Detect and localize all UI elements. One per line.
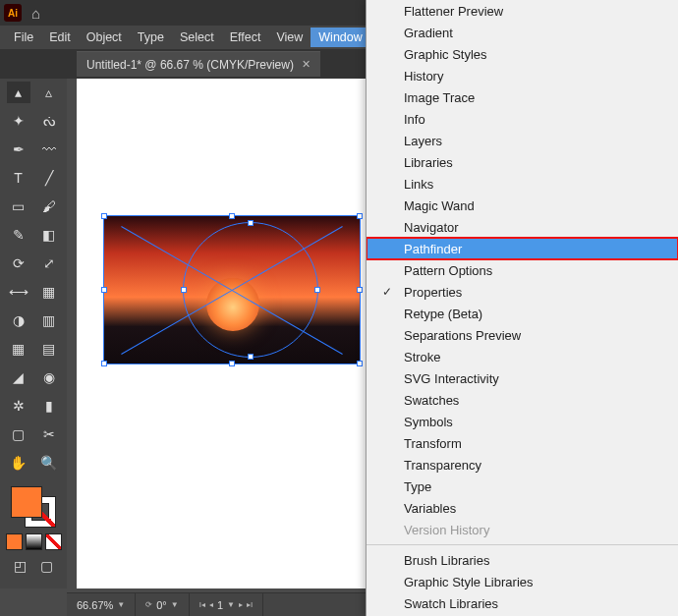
window-menu-dropdown[interactable]: Flattener PreviewGradientGraphic StylesH… <box>366 0 678 616</box>
rotate-tool[interactable]: ⟳ <box>7 252 30 274</box>
handle-icon[interactable] <box>314 287 320 293</box>
menu-item-history[interactable]: History <box>367 65 678 86</box>
symbol-sprayer-tool[interactable]: ✲ <box>7 395 30 417</box>
menu-item-links[interactable]: Links <box>367 173 678 195</box>
handle-icon[interactable] <box>101 287 107 293</box>
menu-object[interactable]: Object <box>79 28 130 47</box>
menu-item-info[interactable]: Info <box>367 108 678 130</box>
menu-item-image-trace[interactable]: Image Trace <box>367 86 678 108</box>
menu-item-flattener-preview[interactable]: Flattener Preview <box>367 0 678 22</box>
menu-item-stroke[interactable]: Stroke <box>367 346 678 367</box>
chevron-down-icon: ▼ <box>117 600 125 609</box>
fill-stroke-swatch[interactable] <box>9 484 58 530</box>
curvature-tool[interactable]: 〰 <box>37 139 61 160</box>
zoom-tool[interactable]: 🔍 <box>37 452 61 474</box>
zoom-level[interactable]: 66.67%▼ <box>67 593 136 616</box>
menu-file[interactable]: File <box>6 28 41 47</box>
rotate-icon: ⟳ <box>145 600 152 609</box>
pen-tool[interactable]: ✒ <box>7 139 30 160</box>
handle-icon[interactable] <box>101 361 107 366</box>
eraser-tool[interactable]: ◧ <box>37 224 61 246</box>
menu-item-magic-wand[interactable]: Magic Wand <box>367 195 678 216</box>
graph-tool[interactable]: ▮ <box>37 395 61 417</box>
menu-item-symbols[interactable]: Symbols <box>367 411 678 432</box>
menu-item-separations-preview[interactable]: Separations Preview <box>367 324 678 346</box>
menu-type[interactable]: Type <box>130 28 172 47</box>
menu-item-transform[interactable]: Transform <box>367 432 678 454</box>
tab-title: Untitled-1* @ 66.67 % (CMYK/Preview) <box>86 58 294 72</box>
menu-item-swatches[interactable]: Swatches <box>367 389 678 411</box>
handle-icon[interactable] <box>229 361 235 366</box>
document-tab[interactable]: Untitled-1* @ 66.67 % (CMYK/Preview) ✕ <box>77 51 320 77</box>
eyedropper-tool[interactable]: ◢ <box>7 366 30 388</box>
blend-tool[interactable]: ◉ <box>37 366 61 388</box>
menu-item-variables[interactable]: Variables <box>367 497 678 519</box>
ellipse-path[interactable] <box>183 222 318 358</box>
rectangle-tool[interactable]: ▭ <box>7 196 30 217</box>
lasso-tool[interactable]: ᔔ <box>37 110 61 132</box>
direct-selection-tool[interactable]: ▵ <box>37 82 61 103</box>
handle-icon[interactable] <box>357 213 363 219</box>
toolbox: ▴▵ ✦ᔔ ✒〰 T╱ ▭🖌 ✎◧ ⟳⤢ ⟷▦ ◑▥ ▦▤ ◢◉ ✲▮ ▢✂ ✋… <box>0 79 67 588</box>
artboard-nav[interactable]: I◂◂1▼▸▸I <box>190 593 264 616</box>
shaper-tool[interactable]: ✎ <box>7 224 30 246</box>
color-mode-gradient[interactable] <box>26 533 42 550</box>
shape-builder-tool[interactable]: ◑ <box>7 309 30 331</box>
menu-item-swatch-libraries[interactable]: Swatch Libraries <box>367 592 678 614</box>
first-icon[interactable]: I◂ <box>199 600 205 609</box>
color-mode-fill[interactable] <box>6 533 23 550</box>
selection-tool[interactable]: ▴ <box>7 82 30 103</box>
handle-icon[interactable] <box>248 354 254 360</box>
handle-icon[interactable] <box>229 213 235 219</box>
home-icon[interactable]: ⌂ <box>31 5 40 22</box>
menu-view[interactable]: View <box>268 28 311 47</box>
last-icon[interactable]: ▸I <box>247 600 253 609</box>
color-mode-none[interactable] <box>45 533 62 550</box>
gradient-tool[interactable]: ▤ <box>37 338 61 360</box>
prev-icon[interactable]: ◂ <box>209 600 213 609</box>
hand-tool[interactable]: ✋ <box>7 452 30 474</box>
menu-item-graphic-styles[interactable]: Graphic Styles <box>367 43 678 65</box>
fill-swatch[interactable] <box>11 486 42 518</box>
rotation[interactable]: ⟳0°▼ <box>136 593 189 616</box>
screen-mode-icon[interactable]: ▢ <box>35 555 59 577</box>
artboard[interactable] <box>77 79 367 588</box>
menu-item-type[interactable]: Type <box>367 476 678 497</box>
scale-tool[interactable]: ⤢ <box>37 252 61 274</box>
draw-mode-icon[interactable]: ◰ <box>9 555 32 577</box>
handle-icon[interactable] <box>101 213 107 219</box>
mesh-tool[interactable]: ▦ <box>7 338 30 360</box>
handle-icon[interactable] <box>248 220 254 226</box>
menu-item-libraries[interactable]: Libraries <box>367 151 678 173</box>
width-tool[interactable]: ⟷ <box>7 281 30 303</box>
handle-icon[interactable] <box>181 287 187 293</box>
next-icon[interactable]: ▸ <box>239 600 243 609</box>
line-tool[interactable]: ╱ <box>37 167 61 189</box>
type-tool[interactable]: T <box>7 167 30 189</box>
handle-icon[interactable] <box>357 361 363 366</box>
artboard-tool[interactable]: ▢ <box>7 423 30 445</box>
menu-item-properties[interactable]: Properties <box>367 281 678 303</box>
menu-item-navigator[interactable]: Navigator <box>367 216 678 238</box>
menu-effect[interactable]: Effect <box>222 28 269 47</box>
menu-item-graphic-style-libraries[interactable]: Graphic Style Libraries <box>367 571 678 592</box>
menu-item-transparency[interactable]: Transparency <box>367 454 678 476</box>
handle-icon[interactable] <box>357 287 363 293</box>
menu-item-brush-libraries[interactable]: Brush Libraries <box>367 549 678 571</box>
menu-select[interactable]: Select <box>172 28 222 47</box>
menu-window[interactable]: Window <box>311 28 369 47</box>
magic-wand-tool[interactable]: ✦ <box>7 110 30 132</box>
close-tab-icon[interactable]: ✕ <box>302 58 311 71</box>
menu-edit[interactable]: Edit <box>41 28 79 47</box>
menu-item-layers[interactable]: Layers <box>367 130 678 151</box>
slice-tool[interactable]: ✂ <box>37 423 61 445</box>
menu-item-gradient[interactable]: Gradient <box>367 22 678 43</box>
menu-item-pathfinder[interactable]: Pathfinder <box>367 238 678 259</box>
menu-item-retype-beta-[interactable]: Retype (Beta) <box>367 303 678 324</box>
perspective-tool[interactable]: ▥ <box>37 309 61 331</box>
menu-item-pattern-options[interactable]: Pattern Options <box>367 259 678 281</box>
paintbrush-tool[interactable]: 🖌 <box>37 196 61 217</box>
free-transform-tool[interactable]: ▦ <box>37 281 61 303</box>
selection-bounding-box[interactable] <box>103 215 361 364</box>
menu-item-svg-interactivity[interactable]: SVG Interactivity <box>367 367 678 389</box>
